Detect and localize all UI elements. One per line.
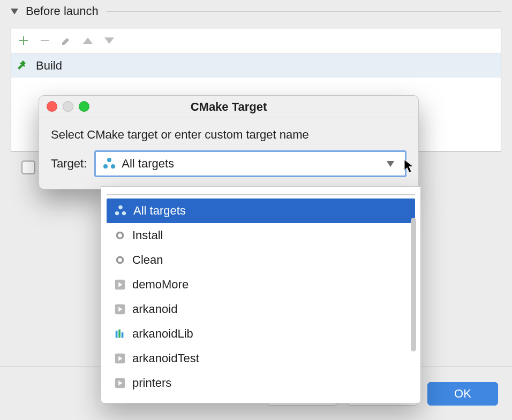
svg-rect-13: [116, 331, 118, 338]
hammer-icon: [18, 59, 31, 72]
dropdown-item-arkanoidtest[interactable]: arkanoidTest: [107, 346, 415, 371]
section-title: Before launch: [26, 4, 99, 18]
hierarchy-icon: [102, 157, 116, 171]
target-label: Target:: [51, 157, 87, 171]
mouse-cursor-icon: [404, 159, 416, 178]
dropdown-item-label: arkanoidLib: [132, 327, 193, 341]
ok-button-label: OK: [454, 387, 471, 401]
run-icon: [114, 353, 126, 364]
svg-point-4: [118, 205, 122, 209]
divider: [106, 11, 501, 12]
dialog-titlebar: CMake Target: [39, 96, 418, 118]
target-combobox[interactable]: All targets: [94, 150, 406, 177]
dropdown-item-label: printers: [132, 376, 171, 390]
gear-icon: [114, 230, 126, 241]
dropdown-item-clean[interactable]: Clean: [107, 248, 415, 272]
dropdown-item-label: arkanoidTest: [132, 352, 199, 365]
list-item[interactable]: Build: [11, 53, 501, 78]
dropdown-item-printers[interactable]: printers: [107, 371, 415, 395]
gear-icon: [114, 254, 126, 266]
cmake-target-dialog: CMake Target Select CMake target or ente…: [39, 95, 419, 189]
svg-point-10: [119, 259, 122, 262]
run-icon: [114, 377, 126, 389]
disclosure-triangle-icon[interactable]: [11, 9, 18, 14]
svg-rect-15: [122, 332, 124, 338]
run-icon: [114, 279, 126, 291]
edit-icon[interactable]: [61, 35, 72, 47]
dropdown-item-label: Install: [132, 228, 163, 242]
svg-point-3: [111, 164, 115, 169]
svg-point-1: [107, 158, 111, 162]
svg-point-5: [115, 211, 119, 215]
hierarchy-icon: [114, 204, 127, 217]
move-up-icon[interactable]: [82, 35, 94, 47]
target-row: Target: All targets: [51, 150, 406, 177]
dropdown-item-label: demoMore: [132, 278, 189, 292]
move-down-icon[interactable]: [103, 35, 115, 47]
dropdown-item-arkanoidlib[interactable]: arkanoidLib: [107, 322, 415, 346]
dialog-prompt: Select CMake target or enter custom targ…: [51, 128, 406, 142]
dropdown-item-arkanoid[interactable]: arkanoid: [107, 297, 415, 322]
svg-point-8: [119, 234, 122, 237]
svg-point-2: [103, 164, 108, 169]
dropdown-item-label: arkanoid: [132, 302, 177, 316]
window-controls: [47, 101, 89, 112]
dropdown-item-demomore[interactable]: demoMore: [107, 272, 415, 297]
checkbox[interactable]: [21, 161, 35, 174]
section-header[interactable]: Before launch: [11, 4, 501, 18]
dropdown-item-label: All targets: [133, 204, 186, 218]
target-dropdown[interactable]: All targets Install Clean demoMore arkan: [101, 186, 421, 403]
svg-rect-0: [41, 40, 49, 41]
add-icon[interactable]: [18, 35, 29, 47]
dropdown-item-install[interactable]: Install: [107, 223, 415, 248]
library-icon: [114, 328, 126, 340]
svg-rect-14: [118, 330, 121, 338]
dialog-title: CMake Target: [191, 100, 267, 114]
dialog-body: Select CMake target or enter custom targ…: [39, 118, 418, 189]
list-item-label: Build: [36, 59, 62, 73]
run-icon: [114, 303, 126, 315]
minimize-window-icon: [63, 101, 73, 112]
remove-icon[interactable]: [39, 35, 51, 47]
ok-button[interactable]: OK: [427, 382, 498, 406]
svg-point-6: [122, 211, 126, 215]
close-window-icon[interactable]: [47, 101, 57, 112]
dropdown-item-all-targets[interactable]: All targets: [107, 198, 415, 223]
zoom-window-icon[interactable]: [79, 101, 89, 112]
scrollbar[interactable]: [411, 218, 416, 352]
divider: [107, 194, 415, 195]
chevron-down-icon: [387, 161, 394, 167]
target-combobox-value: All targets: [122, 157, 174, 171]
dropdown-item-label: Clean: [132, 253, 163, 267]
list-toolbar: [11, 28, 501, 53]
